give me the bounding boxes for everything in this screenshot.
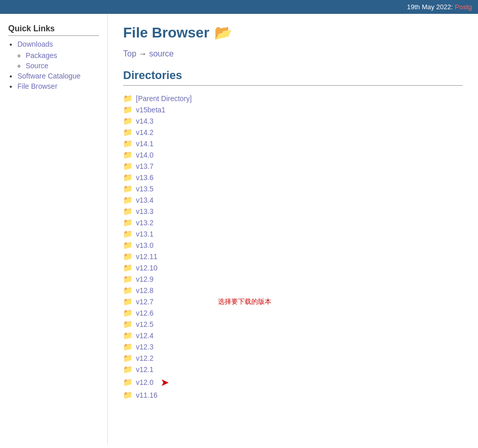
list-item: 📁v14.1	[123, 138, 463, 149]
list-item: 📁v13.1	[123, 228, 463, 240]
sidebar-item-software: Software Catalogue	[17, 72, 99, 80]
list-item: 📁v13.4	[123, 194, 463, 206]
dir-link[interactable]: [Parent Directory]	[136, 94, 192, 103]
folder-icon: 📁	[123, 94, 133, 103]
dir-link[interactable]: v11.16	[136, 391, 157, 399]
breadcrumb: Top → source	[123, 49, 463, 59]
folder-icon: 📁	[123, 297, 133, 306]
breadcrumb-arrow: →	[138, 49, 147, 58]
list-item: 📁v13.5	[123, 183, 463, 194]
list-item: 📁v12.5	[123, 319, 463, 330]
list-item: 📁v12.11	[123, 251, 463, 262]
dir-link[interactable]: v13.1	[136, 230, 153, 238]
folder-icon: 📁	[123, 105, 133, 114]
list-item: 📁v13.0	[123, 240, 463, 251]
dir-link[interactable]: v12.4	[136, 332, 153, 340]
dir-link[interactable]: v12.10	[136, 264, 157, 272]
folder-icon: 📁	[123, 116, 133, 126]
sidebar-link-downloads[interactable]: Downloads	[17, 40, 53, 48]
folder-icon: 📁	[123, 275, 133, 284]
dir-link[interactable]: v13.3	[136, 207, 153, 216]
list-item: 📁v13.7	[123, 161, 463, 172]
folder-icon: 📁	[123, 308, 133, 318]
directory-list-wrapper: 📁[Parent Directory]📁v15beta1📁v14.3📁v14.2…	[123, 93, 463, 401]
arrow-annotation: ➤	[161, 376, 169, 388]
dir-link[interactable]: v13.4	[136, 196, 153, 204]
top-bar: 19th May 2022: Postg	[0, 0, 478, 14]
dir-link[interactable]: v14.1	[136, 140, 153, 148]
dir-link[interactable]: v12.5	[136, 320, 153, 328]
folder-icon: 📁	[123, 207, 133, 216]
folder-icon: 📁	[123, 263, 133, 272]
list-item: 📁v12.3	[123, 341, 463, 353]
dir-link[interactable]: v12.2	[136, 354, 153, 362]
dir-link[interactable]: v12.7	[136, 298, 153, 306]
list-item: 📁v13.2	[123, 217, 463, 228]
sidebar-item-source: Source	[26, 62, 99, 70]
folder-icon-large: 📂	[214, 24, 232, 41]
list-item: 📁v13.3	[123, 206, 463, 217]
annotation-text: 选择要下载的版本	[218, 297, 271, 306]
sidebar-link-filebrowser[interactable]: File Browser	[17, 82, 57, 90]
dir-link[interactable]: v12.0	[136, 378, 153, 386]
list-item: 📁v12.6	[123, 307, 463, 319]
list-item: 📁v11.16	[123, 389, 463, 401]
dir-link[interactable]: v12.6	[136, 309, 153, 317]
sidebar-subnav-downloads: Packages Source	[17, 51, 99, 70]
folder-icon: 📁	[123, 286, 133, 295]
folder-icon: 📁	[123, 391, 133, 400]
dir-link[interactable]: v14.2	[136, 128, 153, 137]
dir-link[interactable]: v14.0	[136, 151, 153, 159]
main-content: File Browser 📂 Top → source Directories …	[108, 14, 478, 444]
list-item: 📁v12.9	[123, 274, 463, 285]
dir-link[interactable]: v12.1	[136, 365, 153, 374]
dir-link[interactable]: v13.6	[136, 173, 153, 182]
list-item: 📁v12.2	[123, 353, 463, 364]
folder-icon: 📁	[123, 173, 133, 182]
dir-link[interactable]: v13.2	[136, 219, 153, 227]
breadcrumb-top[interactable]: Top	[123, 49, 136, 58]
sidebar-item-packages: Packages	[26, 51, 99, 60]
sidebar-link-packages[interactable]: Packages	[26, 51, 57, 60]
sidebar-title: Quick Links	[8, 24, 99, 36]
list-item: 📁v14.0	[123, 149, 463, 161]
sidebar-link-source[interactable]: Source	[26, 62, 48, 70]
folder-icon: 📁	[123, 184, 133, 193]
folder-icon: 📁	[123, 128, 133, 137]
section-title: Directories	[123, 69, 463, 86]
sidebar-link-software[interactable]: Software Catalogue	[17, 72, 81, 80]
folder-icon: 📁	[123, 229, 133, 239]
top-bar-date: 19th May 2022:	[407, 3, 453, 11]
dir-link[interactable]: v12.8	[136, 286, 153, 295]
dir-link[interactable]: v12.3	[136, 343, 153, 351]
sidebar: Quick Links Downloads Packages Source So…	[0, 14, 108, 444]
folder-icon: 📁	[123, 241, 133, 250]
page-title-area: File Browser 📂	[123, 24, 463, 41]
list-item: 📁v13.6	[123, 172, 463, 183]
list-item: 📁[Parent Directory]	[123, 93, 463, 104]
folder-icon: 📁	[123, 162, 133, 171]
dir-link[interactable]: v12.11	[136, 252, 157, 261]
top-bar-link[interactable]: Postg	[455, 3, 472, 11]
folder-icon: 📁	[123, 378, 133, 387]
dir-link[interactable]: v13.0	[136, 241, 153, 249]
folder-icon: 📁	[123, 139, 133, 148]
folder-icon: 📁	[123, 354, 133, 363]
dir-link[interactable]: v14.3	[136, 117, 153, 125]
folder-icon: 📁	[123, 150, 133, 160]
folder-icon: 📁	[123, 252, 133, 261]
list-item: 📁v12.8	[123, 285, 463, 296]
folder-icon: 📁	[123, 218, 133, 227]
breadcrumb-source[interactable]: source	[149, 49, 174, 58]
list-item: 📁v12.7选择要下载的版本	[123, 296, 463, 307]
folder-icon: 📁	[123, 320, 133, 329]
list-item: 📁v14.3	[123, 115, 463, 127]
folder-icon: 📁	[123, 196, 133, 205]
dir-link[interactable]: v13.7	[136, 162, 153, 170]
dir-link[interactable]: v13.5	[136, 185, 153, 193]
dir-link[interactable]: v15beta1	[136, 106, 166, 114]
list-item: 📁v12.4	[123, 330, 463, 341]
dir-link[interactable]: v12.9	[136, 275, 153, 283]
sidebar-item-filebrowser: File Browser	[17, 82, 99, 90]
directory-list: 📁[Parent Directory]📁v15beta1📁v14.3📁v14.2…	[123, 93, 463, 401]
